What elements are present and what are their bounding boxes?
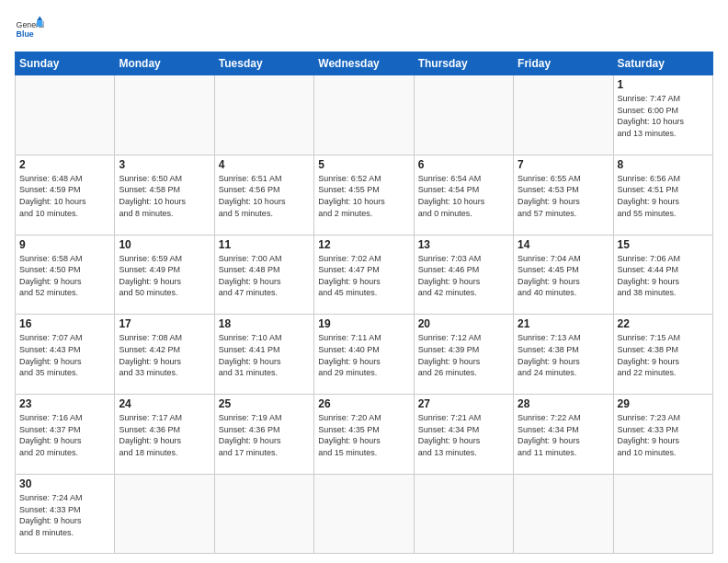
calendar-cell: 7Sunrise: 6:55 AM Sunset: 4:53 PM Daylig… (514, 155, 613, 235)
calendar-cell: 22Sunrise: 7:15 AM Sunset: 4:38 PM Dayli… (613, 315, 712, 395)
calendar-cell: 13Sunrise: 7:03 AM Sunset: 4:46 PM Dayli… (414, 235, 513, 315)
day-number: 5 (318, 158, 409, 171)
calendar-cell: 18Sunrise: 7:10 AM Sunset: 4:41 PM Dayli… (214, 315, 313, 395)
weekday-header-wednesday: Wednesday (314, 52, 414, 75)
day-info: Sunrise: 7:16 AM Sunset: 4:37 PM Dayligh… (19, 412, 110, 458)
svg-marker-3 (37, 20, 42, 26)
day-number: 18 (219, 317, 310, 330)
day-info: Sunrise: 7:19 AM Sunset: 4:36 PM Dayligh… (219, 412, 310, 458)
day-info: Sunrise: 7:20 AM Sunset: 4:35 PM Dayligh… (318, 412, 409, 458)
day-number: 27 (418, 397, 509, 410)
calendar-cell: 3Sunrise: 6:50 AM Sunset: 4:58 PM Daylig… (115, 155, 214, 235)
calendar-cell: 15Sunrise: 7:06 AM Sunset: 4:44 PM Dayli… (613, 235, 712, 315)
weekday-header-thursday: Thursday (414, 52, 513, 75)
day-number: 1 (618, 78, 709, 91)
day-number: 14 (518, 238, 609, 251)
page: General Blue SundayMondayTuesdayWednesda… (0, 0, 728, 563)
day-number: 26 (318, 397, 409, 410)
day-info: Sunrise: 7:10 AM Sunset: 4:41 PM Dayligh… (219, 332, 310, 378)
day-info: Sunrise: 7:03 AM Sunset: 4:46 PM Dayligh… (418, 253, 509, 299)
weekday-header-monday: Monday (115, 52, 214, 75)
day-number: 24 (119, 397, 210, 410)
calendar-cell: 17Sunrise: 7:08 AM Sunset: 4:42 PM Dayli… (115, 315, 214, 395)
calendar-week-row: 1Sunrise: 7:47 AM Sunset: 6:00 PM Daylig… (16, 75, 713, 155)
weekday-header-row: SundayMondayTuesdayWednesdayThursdayFrid… (16, 52, 713, 75)
day-info: Sunrise: 6:50 AM Sunset: 4:58 PM Dayligh… (119, 173, 210, 219)
weekday-header-saturday: Saturday (613, 52, 712, 75)
calendar-table: SundayMondayTuesdayWednesdayThursdayFrid… (15, 52, 713, 554)
calendar-cell: 21Sunrise: 7:13 AM Sunset: 4:38 PM Dayli… (514, 315, 613, 395)
calendar-cell: 20Sunrise: 7:12 AM Sunset: 4:39 PM Dayli… (414, 315, 513, 395)
day-info: Sunrise: 7:22 AM Sunset: 4:34 PM Dayligh… (518, 412, 609, 458)
calendar-cell: 2Sunrise: 6:48 AM Sunset: 4:59 PM Daylig… (16, 155, 115, 235)
weekday-header-tuesday: Tuesday (214, 52, 313, 75)
calendar-cell (414, 474, 513, 553)
day-info: Sunrise: 6:54 AM Sunset: 4:54 PM Dayligh… (418, 173, 509, 219)
weekday-header-sunday: Sunday (16, 52, 115, 75)
day-info: Sunrise: 6:48 AM Sunset: 4:59 PM Dayligh… (19, 173, 110, 219)
day-info: Sunrise: 7:07 AM Sunset: 4:43 PM Dayligh… (19, 332, 110, 378)
calendar-cell (314, 474, 414, 553)
day-number: 17 (119, 317, 210, 330)
calendar-cell (16, 75, 115, 155)
day-number: 15 (618, 238, 709, 251)
calendar-cell (214, 474, 313, 553)
day-info: Sunrise: 6:55 AM Sunset: 4:53 PM Dayligh… (518, 173, 609, 219)
day-number: 22 (618, 317, 709, 330)
calendar-cell: 10Sunrise: 6:59 AM Sunset: 4:49 PM Dayli… (115, 235, 214, 315)
day-info: Sunrise: 6:56 AM Sunset: 4:51 PM Dayligh… (618, 173, 709, 219)
calendar-cell: 4Sunrise: 6:51 AM Sunset: 4:56 PM Daylig… (214, 155, 313, 235)
day-number: 10 (119, 238, 210, 251)
day-number: 29 (618, 397, 709, 410)
day-number: 8 (618, 158, 709, 171)
calendar-cell: 25Sunrise: 7:19 AM Sunset: 4:36 PM Dayli… (214, 395, 313, 475)
calendar-week-row: 30Sunrise: 7:24 AM Sunset: 4:33 PM Dayli… (16, 474, 713, 553)
day-number: 30 (19, 477, 110, 490)
calendar-cell: 16Sunrise: 7:07 AM Sunset: 4:43 PM Dayli… (16, 315, 115, 395)
day-number: 3 (119, 158, 210, 171)
day-info: Sunrise: 6:59 AM Sunset: 4:49 PM Dayligh… (119, 253, 210, 299)
day-number: 9 (19, 238, 110, 251)
calendar-cell (115, 75, 214, 155)
calendar-cell: 11Sunrise: 7:00 AM Sunset: 4:48 PM Dayli… (214, 235, 313, 315)
day-info: Sunrise: 7:13 AM Sunset: 4:38 PM Dayligh… (518, 332, 609, 378)
header: General Blue (15, 15, 713, 44)
day-number: 16 (19, 317, 110, 330)
weekday-header-friday: Friday (514, 52, 613, 75)
day-info: Sunrise: 7:08 AM Sunset: 4:42 PM Dayligh… (119, 332, 210, 378)
day-number: 28 (518, 397, 609, 410)
day-info: Sunrise: 7:02 AM Sunset: 4:47 PM Dayligh… (318, 253, 409, 299)
calendar-week-row: 2Sunrise: 6:48 AM Sunset: 4:59 PM Daylig… (16, 155, 713, 235)
day-number: 12 (318, 238, 409, 251)
calendar-cell (514, 75, 613, 155)
day-number: 13 (418, 238, 509, 251)
day-number: 4 (219, 158, 310, 171)
calendar-cell (613, 474, 712, 553)
day-info: Sunrise: 7:24 AM Sunset: 4:33 PM Dayligh… (19, 492, 110, 538)
day-number: 21 (518, 317, 609, 330)
day-number: 2 (19, 158, 110, 171)
calendar-cell: 19Sunrise: 7:11 AM Sunset: 4:40 PM Dayli… (314, 315, 414, 395)
calendar-cell: 6Sunrise: 6:54 AM Sunset: 4:54 PM Daylig… (414, 155, 513, 235)
day-info: Sunrise: 7:15 AM Sunset: 4:38 PM Dayligh… (618, 332, 709, 378)
day-number: 20 (418, 317, 509, 330)
calendar-cell: 8Sunrise: 6:56 AM Sunset: 4:51 PM Daylig… (613, 155, 712, 235)
day-number: 7 (518, 158, 609, 171)
calendar-cell: 5Sunrise: 6:52 AM Sunset: 4:55 PM Daylig… (314, 155, 414, 235)
calendar-cell: 1Sunrise: 7:47 AM Sunset: 6:00 PM Daylig… (613, 75, 712, 155)
day-info: Sunrise: 7:17 AM Sunset: 4:36 PM Dayligh… (119, 412, 210, 458)
day-info: Sunrise: 7:21 AM Sunset: 4:34 PM Dayligh… (418, 412, 509, 458)
day-info: Sunrise: 7:04 AM Sunset: 4:45 PM Dayligh… (518, 253, 609, 299)
day-number: 6 (418, 158, 509, 171)
calendar-cell (314, 75, 414, 155)
day-info: Sunrise: 7:47 AM Sunset: 6:00 PM Dayligh… (618, 93, 709, 139)
day-number: 23 (19, 397, 110, 410)
generalblue-logo-icon: General Blue (15, 15, 44, 44)
day-info: Sunrise: 6:58 AM Sunset: 4:50 PM Dayligh… (19, 253, 110, 299)
day-info: Sunrise: 7:23 AM Sunset: 4:33 PM Dayligh… (618, 412, 709, 458)
calendar-cell: 14Sunrise: 7:04 AM Sunset: 4:45 PM Dayli… (514, 235, 613, 315)
day-info: Sunrise: 7:12 AM Sunset: 4:39 PM Dayligh… (418, 332, 509, 378)
day-number: 25 (219, 397, 310, 410)
calendar-cell: 28Sunrise: 7:22 AM Sunset: 4:34 PM Dayli… (514, 395, 613, 475)
calendar-cell: 12Sunrise: 7:02 AM Sunset: 4:47 PM Dayli… (314, 235, 414, 315)
